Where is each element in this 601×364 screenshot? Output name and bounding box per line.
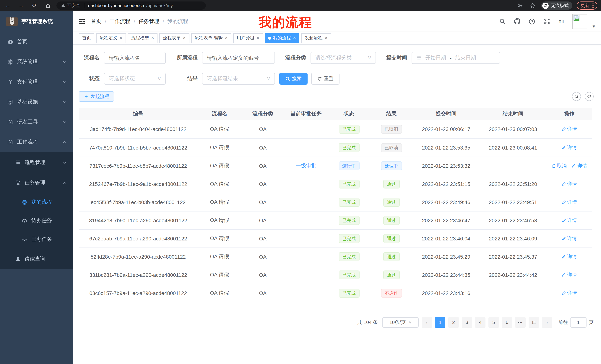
search-button[interactable]: 搜索: [279, 73, 308, 85]
tab-process-model[interactable]: 流程模型✕: [128, 33, 158, 43]
close-icon[interactable]: ✕: [324, 36, 328, 40]
close-icon[interactable]: ✕: [119, 36, 123, 40]
sidebar-item-home[interactable]: 首页: [0, 32, 73, 52]
show-search-button[interactable]: [572, 92, 581, 101]
sidebar-item-devtools[interactable]: 研发工具: [0, 112, 73, 132]
search-icon[interactable]: [498, 17, 506, 25]
page-button-6[interactable]: 6: [502, 317, 512, 327]
close-icon[interactable]: ✕: [182, 36, 186, 40]
close-icon[interactable]: ✕: [293, 36, 296, 40]
key-icon[interactable]: [516, 1, 524, 10]
avatar-caret-icon[interactable]: ▼: [592, 24, 596, 29]
next-page-button[interactable]: ›: [542, 317, 552, 327]
detail-link[interactable]: 详情: [572, 162, 587, 169]
tab-my-process[interactable]: 我的流程✕: [265, 33, 299, 43]
page-button-3[interactable]: 3: [462, 317, 472, 327]
goto-page-input[interactable]: [570, 317, 587, 327]
page-button-11[interactable]: 11: [529, 317, 539, 327]
page-ellipsis[interactable]: •••: [515, 317, 526, 327]
font-size-icon[interactable]: ᴛT: [558, 17, 566, 25]
filter-form: 流程名 所属流程 流程分类 请选择流程分类 ᐯ 提交时间 开始日期: [79, 52, 594, 85]
tab-process-form[interactable]: 流程表单✕: [160, 33, 189, 43]
sidebar-item-leave-query[interactable]: 请假查询: [0, 249, 73, 269]
address-bar[interactable]: 不安全 dashboard.yudao.iocoder.cn/bpm/task/…: [56, 1, 206, 10]
category-select[interactable]: 请选择流程分类 ᐯ: [311, 52, 376, 64]
browser-menu-icon[interactable]: [592, 3, 594, 8]
sidebar-item-payment[interactable]: ¥ 支付管理: [0, 72, 73, 92]
chevron-down-icon: ᐯ: [158, 76, 161, 81]
chevron-down-icon: ᐯ: [409, 320, 411, 325]
cancel-link[interactable]: 取消: [551, 162, 567, 169]
sidebar-item-done-tasks[interactable]: 已办任务: [0, 230, 73, 249]
update-button[interactable]: 更新: [577, 1, 597, 10]
status-select[interactable]: 请选择状态 ᐯ: [104, 73, 166, 85]
chevron-down-icon: [62, 160, 67, 164]
page-button-2[interactable]: 2: [448, 317, 459, 327]
result-badge: 已取消: [381, 125, 402, 134]
col-category: 流程分类: [241, 108, 284, 120]
reset-button[interactable]: 重置: [311, 73, 340, 85]
table-row: 03c6c157-7b9a-11ec-a290-acde48001122 OA …: [79, 284, 592, 302]
forward-icon[interactable]: →: [17, 1, 25, 10]
page-button-5[interactable]: 5: [489, 317, 499, 327]
result-badge: 通过: [383, 234, 400, 243]
github-icon[interactable]: [513, 17, 521, 25]
prev-page-button[interactable]: ‹: [421, 317, 432, 327]
avatar[interactable]: [572, 14, 587, 29]
home-icon[interactable]: [44, 1, 52, 10]
table-row: 331bc281-7b9a-11ec-a290-acde48001122 OA …: [79, 266, 592, 284]
breadcrumb-home[interactable]: 首页: [91, 18, 101, 25]
back-icon[interactable]: ←: [4, 1, 12, 10]
tab-home[interactable]: 首页: [79, 33, 94, 43]
tab-process-definition[interactable]: 流程定义✕: [96, 33, 126, 43]
reload-icon[interactable]: ⟳: [30, 1, 39, 10]
process-name-input[interactable]: [104, 52, 166, 64]
page-size-select[interactable]: 10条/页 ᐯ: [382, 317, 419, 327]
sidebar-item-todo-tasks[interactable]: 待办任务: [0, 211, 73, 230]
result-select[interactable]: 请选择流结果 ᐯ: [202, 73, 275, 85]
detail-link[interactable]: 详情: [562, 144, 577, 151]
task-submenu: 我的流程 待办任务 已办任务: [0, 193, 73, 249]
result-badge: 通过: [383, 270, 400, 279]
breadcrumb-task-mgmt[interactable]: 任务管理: [139, 18, 159, 25]
refresh-table-button[interactable]: [585, 92, 594, 101]
chevron-down-icon: [62, 120, 67, 124]
col-status: 状态: [328, 108, 370, 120]
detail-link[interactable]: 详情: [562, 217, 577, 224]
content: 流程名 所属流程 流程分类 请选择流程分类 ᐯ 提交时间 开始日期: [73, 45, 601, 364]
chevron-up-icon: [62, 140, 67, 144]
fullscreen-icon[interactable]: [543, 17, 551, 25]
date-range-picker[interactable]: 开始日期 - 结束日期: [411, 52, 500, 64]
sidebar-item-system[interactable]: 系统管理: [0, 52, 73, 72]
sidebar-item-my-process[interactable]: 我的流程: [0, 193, 73, 211]
current-task-link[interactable]: 一级审批: [296, 162, 316, 168]
detail-link[interactable]: 详情: [562, 181, 577, 187]
detail-link[interactable]: 详情: [562, 290, 577, 296]
close-icon[interactable]: ✕: [256, 36, 260, 40]
start-process-button[interactable]: ＋ 发起流程: [79, 91, 114, 102]
detail-link[interactable]: 详情: [562, 271, 577, 278]
sidebar-item-process-mgmt[interactable]: 流程管理: [0, 152, 73, 172]
detail-link[interactable]: 详情: [562, 126, 577, 133]
process-definition-input[interactable]: [202, 52, 275, 64]
sidebar-item-workflow[interactable]: 工作流程: [0, 132, 73, 152]
breadcrumb-workflow[interactable]: 工作流程: [110, 18, 130, 25]
bookmark-star-icon[interactable]: [529, 1, 537, 10]
tab-process-form-edit[interactable]: 流程表单-编辑✕: [191, 33, 231, 43]
detail-link[interactable]: 详情: [562, 253, 577, 260]
page-button-4[interactable]: 4: [475, 317, 485, 327]
tree-icon: [15, 180, 21, 186]
collapse-sidebar-icon[interactable]: [78, 18, 85, 24]
detail-link[interactable]: 详情: [562, 235, 577, 242]
tab-start-process[interactable]: 发起流程✕: [301, 33, 331, 43]
help-icon[interactable]: [528, 17, 536, 25]
close-icon[interactable]: ✕: [151, 36, 154, 40]
detail-link[interactable]: 详情: [562, 199, 577, 205]
edit-icon: [562, 291, 566, 295]
close-icon[interactable]: ✕: [225, 36, 228, 40]
sidebar-item-task-mgmt[interactable]: 任务管理: [0, 172, 73, 193]
tab-user-group[interactable]: 用户分组✕: [233, 33, 263, 43]
sidebar-item-infra[interactable]: 基础设施: [0, 92, 73, 112]
page-button-1[interactable]: 1: [435, 317, 445, 327]
status-badge: 进行中: [339, 161, 359, 170]
